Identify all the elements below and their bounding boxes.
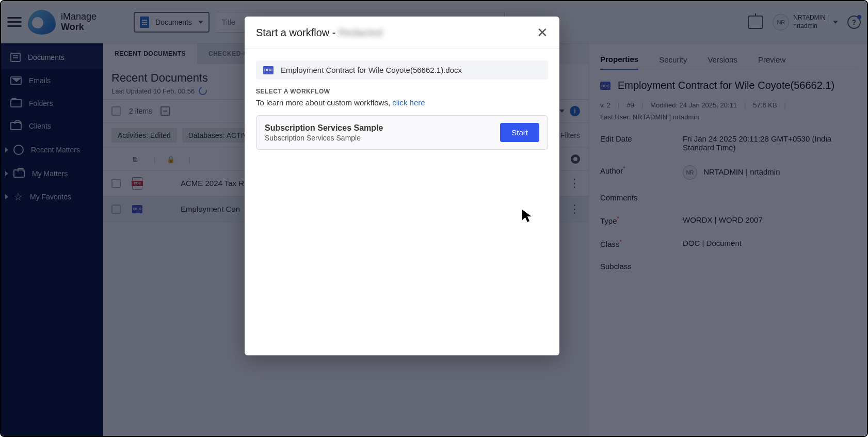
- modal-header: Start a workflow - Redacted ✕: [245, 17, 559, 49]
- learn-more-line: To learn more about custom workflows, cl…: [256, 98, 548, 107]
- modal-document: Employment Contract for Wile Coyote(5666…: [256, 60, 548, 80]
- workflow-subtitle: Subscription Services Sample: [265, 134, 383, 142]
- workflow-title: Subscription Services Sample: [265, 123, 383, 133]
- learn-more-link[interactable]: click here: [392, 98, 425, 107]
- start-button[interactable]: Start: [500, 123, 539, 142]
- modal-document-name: Employment Contract for Wile Coyote(5666…: [281, 66, 462, 74]
- start-workflow-modal: Start a workflow - Redacted ✕ Employment…: [245, 17, 559, 355]
- workflow-card: Subscription Services Sample Subscriptio…: [256, 115, 548, 150]
- modal-body: Employment Contract for Wile Coyote(5666…: [245, 49, 559, 161]
- select-workflow-label: SELECT A WORKFLOW: [256, 88, 548, 95]
- modal-title: Start a workflow - Redacted: [256, 27, 383, 39]
- close-icon[interactable]: ✕: [537, 26, 548, 39]
- docx-file-icon: [263, 66, 274, 74]
